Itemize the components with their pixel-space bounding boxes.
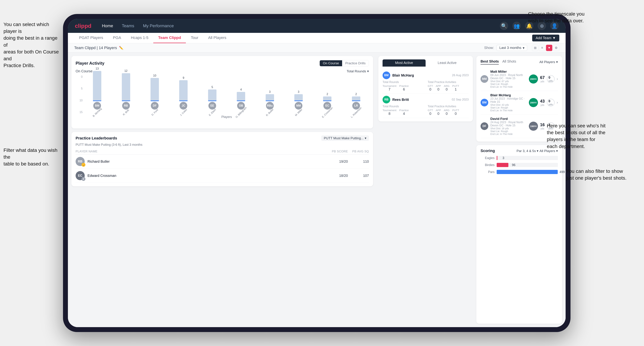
settings-view-btn[interactable]: ⚙ [553, 45, 559, 51]
scoring-filter-1[interactable]: Par 3, 4 & 5s ▾ [516, 149, 538, 153]
scoring-bar-fill: 3 [497, 156, 497, 160]
all-shots-tab[interactable]: All Shots [502, 59, 516, 64]
rounds-group-2: Total Rounds Tournament 8 Practice 4 [382, 105, 424, 116]
par-row-header-1: BM Blair McHarg 26 Aug 2023 [382, 71, 469, 79]
scoring-bar-track: 499 [497, 170, 558, 174]
search-icon[interactable]: 🔍 [500, 22, 508, 30]
add-team-button[interactable]: Add Team ▼ [532, 35, 559, 41]
most-active-name-2: Rees Britt [392, 98, 409, 102]
bar-avatar: RB [122, 102, 130, 110]
scoring-bar-value: 499 [560, 170, 565, 174]
bar-item[interactable] [150, 78, 159, 101]
bar-group: 3 RBu R. Butler [257, 90, 282, 114]
bar-group: 2 LR L. Robertson [343, 93, 369, 114]
bar-item[interactable] [93, 71, 101, 101]
all-players-label: All Players [539, 60, 555, 64]
y-label-10: 10 [76, 99, 84, 102]
bar-item[interactable] [352, 96, 360, 101]
x-axis-label: Players [84, 115, 369, 119]
rounds-stat-row-2: Tournament 8 Practice 4 [382, 109, 424, 116]
bar-item[interactable] [294, 94, 303, 101]
all-players-filter[interactable]: All Players ▾ [539, 60, 558, 64]
bar-group: 10 DF D. Ford [142, 74, 168, 114]
nav-my-performance[interactable]: My Performance [143, 23, 174, 28]
practice-filter-dropdown[interactable]: PUTT Must Make Putting... ▾ [321, 135, 369, 141]
shot-player-info-3: David Ford 24 Aug 2023 · Royal North Dev… [490, 117, 527, 135]
bar-item[interactable] [122, 73, 130, 101]
rounds-label-2: Total Rounds [382, 105, 424, 108]
chart-filter-dropdown[interactable]: Total Rounds ▾ [347, 69, 369, 73]
subnav-pga[interactable]: PGA [108, 33, 126, 43]
stats-section-1: Total Rounds Tournament 7 Practice 6 [382, 81, 469, 91]
bar-item[interactable] [323, 96, 332, 101]
player-avatar-1: RB 🏆 [76, 157, 85, 166]
bar-group: 2 EC E. Crossman [314, 93, 340, 114]
col-pb-score: PB SCORE [327, 150, 348, 153]
practice-value-1: 6 [399, 87, 408, 91]
bar-highlight [150, 100, 159, 101]
practice-drills-toggle[interactable]: Practice Drills [342, 60, 369, 66]
subnav-hcaps[interactable]: Hcaps 1-5 [126, 33, 153, 43]
player-row[interactable]: RB 🏆 Richard Butler 19/20 110 [76, 155, 369, 169]
most-active-date-2: 02 Sep 2023 [452, 98, 469, 101]
scoring-bar-row: Eagles 3 [480, 156, 558, 160]
subnav-team-clippd[interactable]: Team Clippd [153, 33, 186, 43]
nav-home[interactable]: Home [102, 23, 113, 28]
practice-header: Practice Leaderboards PUTT Must Make Put… [76, 135, 369, 141]
shot-row-1[interactable]: MM Matt Miller 09 Jun 2023 · Royal North… [480, 67, 558, 91]
stats-section-2: Total Rounds Tournament 8 Practice 4 [382, 105, 469, 116]
shot-badge-1: 200 SG [529, 74, 538, 84]
bar-item[interactable] [237, 92, 245, 101]
shot-dist-1: 67 yds [540, 75, 545, 83]
team-name: Team Clippd | 14 Players [74, 46, 117, 50]
arg-stat-2: ARG 0 [444, 109, 450, 116]
most-active-tab[interactable]: Most Active [382, 59, 426, 67]
best-shots-tab[interactable]: Best Shots [480, 59, 499, 64]
putt-value-2: 0 [452, 112, 459, 116]
shot-avatar-3: DF [480, 122, 488, 130]
annotation-best-shots: Here you can see who's hitthe best shots… [547, 122, 606, 150]
nav-teams[interactable]: Teams [122, 23, 134, 28]
player-name-cell-2: Edward Crossman [88, 174, 327, 178]
practice-filter-label: PUTT Must Make Putting... [324, 136, 364, 140]
scoring-bar-fill: 499 [497, 170, 558, 174]
subnav-pgat[interactable]: PGAT Players [74, 33, 108, 43]
practice-act-row-2: GTT 0 APP 0 ARG 0 [428, 109, 469, 116]
list-view-btn[interactable]: ≡ [539, 45, 545, 51]
y-axis: 15 10 5 0 [76, 75, 84, 114]
bar-item[interactable] [179, 80, 188, 101]
player-row-2[interactable]: EC 2 Edward Crossman 18/20 107 [76, 169, 369, 183]
bar-item[interactable] [266, 94, 274, 101]
card-view-btn[interactable]: ♥ [546, 45, 552, 51]
subnav-all-players[interactable]: All Players [203, 33, 231, 43]
tablet-screen: clippd Home Teams My Performance 🔍 👥 🔔 ⊕… [68, 19, 566, 327]
scoring-bar-value: 96 [512, 163, 516, 167]
least-active-tab[interactable]: Least Active [426, 59, 469, 67]
grid-view-btn[interactable]: ⊞ [532, 45, 538, 51]
shot-avatar-1: MM [480, 75, 488, 83]
users-icon[interactable]: 👥 [512, 22, 521, 30]
app-logo: clippd [75, 23, 91, 29]
annotation-filter: Filter what data you wish thetable to be… [4, 147, 60, 168]
shot-row-3[interactable]: DF David Ford 24 Aug 2023 · Royal North … [480, 114, 558, 138]
col-pb-avg: PB AVG SQ [348, 150, 369, 153]
shot-row-2[interactable]: BM Blair McHarg 23 Jul 2023 · Ashridge G… [480, 91, 558, 114]
practice-title: Practice Leaderboards [76, 136, 117, 141]
on-course-toggle[interactable]: On Course [320, 60, 342, 66]
player-full-name-1: Richard Butler [88, 160, 327, 164]
show-filter: Show: Last 3 months ▾ ⊞ ≡ ♥ ⚙ [484, 45, 559, 51]
nav-items: Home Teams My Performance [102, 23, 500, 28]
shot-player-info-2: Blair McHarg 23 Jul 2023 · Ashridge GC ·… [490, 93, 527, 112]
time-filter-dropdown[interactable]: Last 3 months ▾ [497, 45, 527, 51]
bar-item[interactable] [208, 89, 216, 101]
tournament-value-1: 7 [382, 87, 396, 91]
putt-value-1: 1 [452, 87, 459, 91]
subnav-tour[interactable]: Tour [186, 33, 203, 43]
practice-subtitle: PUTT Must Make Putting (3-6 ft), Last 3 … [76, 143, 369, 147]
team-header-left: Team Clippd | 14 Players ✏️ [74, 46, 484, 50]
putt-stat-2: PUTT 0 [452, 109, 459, 116]
sub-nav: PGAT Players PGA Hcaps 1-5 Team Clippd T… [68, 33, 566, 43]
edit-icon[interactable]: ✏️ [119, 46, 123, 50]
practice-value-2: 4 [399, 112, 408, 116]
most-active-avatar-2: RB [382, 96, 390, 103]
